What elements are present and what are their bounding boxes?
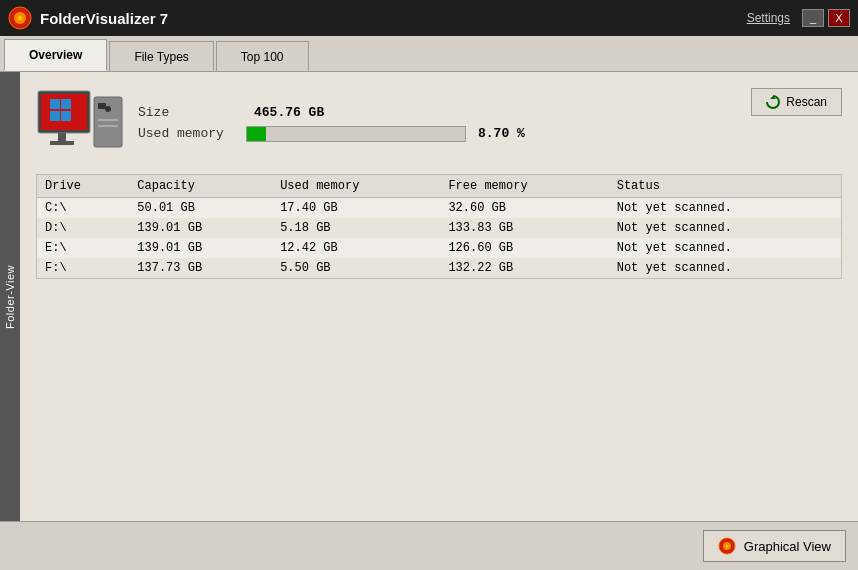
app-title: FolderVisualizer 7 [40, 10, 168, 27]
size-row: Size 465.76 GB [138, 105, 525, 120]
cell-2-4: Not yet scanned. [609, 238, 842, 258]
title-bar-left: FolderVisualizer 7 [8, 6, 168, 30]
cell-2-3: 126.60 GB [440, 238, 608, 258]
rescan-label: Rescan [786, 95, 827, 109]
cell-3-1: 137.73 GB [129, 258, 272, 279]
memory-progress-bar [246, 126, 466, 142]
cell-3-4: Not yet scanned. [609, 258, 842, 279]
memory-percent: 8.70 % [478, 126, 525, 141]
tab-top-100[interactable]: Top 100 [216, 41, 309, 71]
title-bar: FolderVisualizer 7 Settings _ X [0, 0, 858, 36]
svg-rect-8 [61, 111, 71, 121]
svg-rect-12 [98, 103, 106, 109]
rescan-button[interactable]: Rescan [751, 88, 842, 116]
table-row: C:\50.01 GB17.40 GB32.60 GBNot yet scann… [37, 198, 842, 219]
title-bar-right: Settings _ X [747, 9, 850, 27]
cell-2-2: 12.42 GB [272, 238, 440, 258]
cell-0-2: 17.40 GB [272, 198, 440, 219]
col-status: Status [609, 175, 842, 198]
svg-rect-10 [50, 141, 74, 145]
col-used-memory: Used memory [272, 175, 440, 198]
minimize-button[interactable]: _ [802, 9, 824, 27]
svg-rect-15 [98, 125, 118, 127]
col-drive: Drive [37, 175, 130, 198]
svg-rect-14 [98, 119, 118, 121]
cell-0-1: 50.01 GB [129, 198, 272, 219]
sidebar-panel: Folder-View [0, 72, 20, 521]
close-button[interactable]: X [828, 9, 850, 27]
used-memory-label: Used memory [138, 126, 238, 141]
graphical-view-label: Graphical View [744, 539, 831, 554]
table-row: D:\139.01 GB5.18 GB133.83 GBNot yet scan… [37, 218, 842, 238]
drive-icon [36, 88, 126, 158]
drive-details: Size 465.76 GB Used memory 8.70 % [138, 105, 525, 142]
graphical-view-icon [718, 537, 736, 555]
table-row: E:\139.01 GB12.42 GB126.60 GBNot yet sca… [37, 238, 842, 258]
table-header-row: Drive Capacity Used memory Free memory S… [37, 175, 842, 198]
svg-point-13 [105, 106, 111, 112]
graphical-view-button[interactable]: Graphical View [703, 530, 846, 562]
cell-0-3: 32.60 GB [440, 198, 608, 219]
content-area: Size 465.76 GB Used memory 8.70 % [20, 72, 858, 521]
bottom-bar: Graphical View [0, 521, 858, 570]
col-free-memory: Free memory [440, 175, 608, 198]
top-section: Size 465.76 GB Used memory 8.70 % [36, 88, 842, 158]
rescan-icon [766, 95, 780, 109]
svg-rect-6 [61, 99, 71, 109]
cell-1-2: 5.18 GB [272, 218, 440, 238]
app-logo-icon [8, 6, 32, 30]
cell-2-1: 139.01 GB [129, 238, 272, 258]
cell-3-3: 132.22 GB [440, 258, 608, 279]
cell-1-3: 133.83 GB [440, 218, 608, 238]
svg-rect-7 [50, 111, 60, 121]
svg-rect-9 [58, 133, 66, 141]
cell-0-4: Not yet scanned. [609, 198, 842, 219]
size-label: Size [138, 105, 238, 120]
window-controls: _ X [802, 9, 850, 27]
cell-0-0: C:\ [37, 198, 130, 219]
svg-rect-5 [50, 99, 60, 109]
cell-3-2: 5.50 GB [272, 258, 440, 279]
cell-1-0: D:\ [37, 218, 130, 238]
cell-2-0: E:\ [37, 238, 130, 258]
cell-3-0: F:\ [37, 258, 130, 279]
cell-1-1: 139.01 GB [129, 218, 272, 238]
drives-table: Drive Capacity Used memory Free memory S… [36, 174, 842, 279]
memory-row: Used memory 8.70 % [138, 126, 525, 142]
main-content: Folder-View [0, 72, 858, 521]
sidebar-label: Folder-View [4, 265, 16, 329]
col-capacity: Capacity [129, 175, 272, 198]
table-row: F:\137.73 GB5.50 GB132.22 GBNot yet scan… [37, 258, 842, 279]
tab-overview[interactable]: Overview [4, 39, 107, 71]
cell-1-4: Not yet scanned. [609, 218, 842, 238]
settings-link[interactable]: Settings [747, 11, 790, 25]
size-value: 465.76 GB [254, 105, 324, 120]
main-window: FolderVisualizer 7 Settings _ X Overview… [0, 0, 858, 570]
tab-file-types[interactable]: File Types [109, 41, 213, 71]
computer-icon [36, 89, 126, 157]
tab-bar: Overview File Types Top 100 [0, 36, 858, 72]
svg-point-2 [18, 16, 22, 20]
svg-point-19 [725, 545, 728, 548]
drive-info: Size 465.76 GB Used memory 8.70 % [36, 88, 525, 158]
memory-progress-fill [247, 127, 266, 141]
